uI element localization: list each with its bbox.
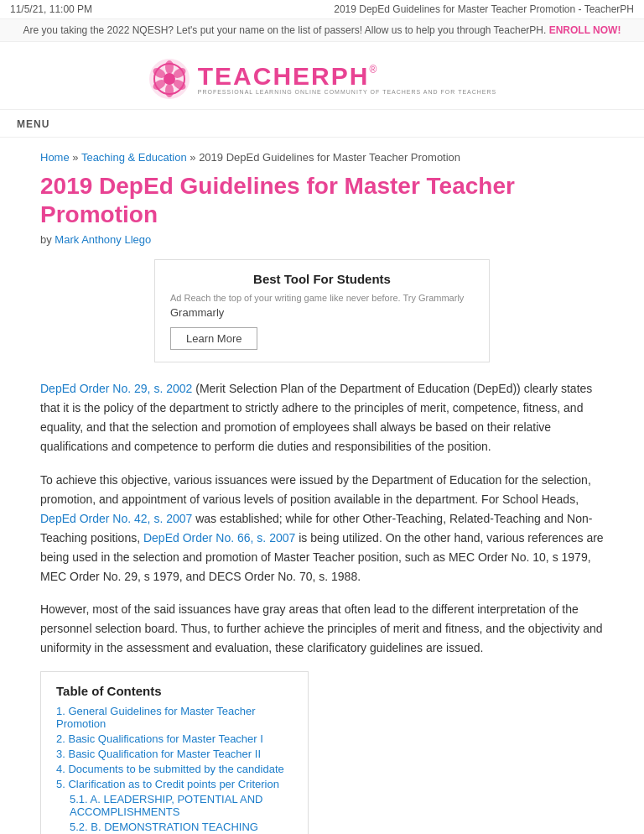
deped-order-link-1[interactable]: DepEd Order No. 29, s. 2002 [40,382,192,395]
toc-title: Table of Contents [56,684,293,698]
announcement-text: Are you taking the 2022 NQESH? Let's put… [23,24,547,36]
author-line: by Mark Anthony Llego [40,233,604,246]
toc-link-3[interactable]: 3. Basic Qualification for Master Teache… [56,748,261,760]
toc-item-5-1[interactable]: 5.1. A. LEADERSHIP, POTENTIAL AND ACCOMP… [70,793,293,818]
toc-link-5-2[interactable]: 5.2. B. DEMONSTRATION TEACHING [70,821,258,833]
menu-label[interactable]: MENU [17,118,49,130]
deped-order-link-3[interactable]: DepEd Order No. 66, s. 2007 [143,531,295,545]
paragraph-2-text-a: To achieve this objective, various issua… [40,473,591,506]
breadcrumb-sep2: » [187,151,199,164]
ad-description: Reach the top of your writing game like … [184,293,465,303]
breadcrumb-sep1: » [70,151,81,164]
paragraph-1: DepEd Order No. 29, s. 2002 (Merit Selec… [40,379,604,456]
paragraph-3: However, most of the said issuances have… [40,600,604,658]
toc-item-2[interactable]: 2. Basic Qualifications for Master Teach… [56,732,293,745]
toc-link-5-1[interactable]: 5.1. A. LEADERSHIP, POTENTIAL AND ACCOMP… [70,793,263,818]
page-title: 2019 DepEd Guidelines for Master Teacher… [40,172,604,228]
logo-icon [148,57,191,101]
toc-item-3[interactable]: 3. Basic Qualification for Master Teache… [56,748,293,760]
toc-item-1[interactable]: 1. General Guidelines for Master Teacher… [56,705,293,730]
enroll-link[interactable]: ENROLL NOW! [549,24,621,36]
page-tab-title: 2019 DepEd Guidelines for Master Teacher… [334,3,634,15]
svg-point-5 [165,84,174,97]
main-content: Home » Teaching & Education » 2019 DepEd… [20,138,624,834]
ad-box: Best Tool For Students Ad Reach the top … [154,259,490,362]
deped-order-link-2[interactable]: DepEd Order No. 42, s. 2007 [40,512,192,525]
breadcrumb-home[interactable]: Home [40,151,70,164]
svg-point-8 [164,73,175,85]
by-label: by [40,233,55,246]
logo-registered: ® [369,64,377,76]
toc-item-5[interactable]: 5. Clarification as to Credit points per… [56,778,293,790]
breadcrumb: Home » Teaching & Education » 2019 DepEd… [40,151,604,164]
ad-label: Ad Reach the top of your writing game li… [170,293,474,303]
ad-source: Grammarly [170,306,474,319]
logo-text: TEACHERPH® PROFESSIONAL LEARNING ONLINE … [198,64,497,95]
top-bar: 11/5/21, 11:00 PM 2019 DepEd Guidelines … [0,0,644,19]
toc-list: 1. General Guidelines for Master Teacher… [56,705,293,833]
nav-menu[interactable]: MENU [0,110,644,138]
breadcrumb-category[interactable]: Teaching & Education [81,151,187,164]
toc-link-2[interactable]: 2. Basic Qualifications for Master Teach… [56,732,263,745]
learn-more-button[interactable]: Learn More [170,327,257,350]
site-header: TEACHERPH® PROFESSIONAL LEARNING ONLINE … [0,42,644,110]
ad-title: Best Tool For Students [170,272,474,286]
toc-link-5[interactable]: 5. Clarification as to Credit points per… [56,778,279,790]
table-of-contents: Table of Contents 1. General Guidelines … [40,671,309,834]
toc-link-4[interactable]: 4. Documents to be submitted by the cand… [56,763,284,775]
author-link[interactable]: Mark Anthony Llego [55,233,151,246]
toc-item-4[interactable]: 4. Documents to be submitted by the cand… [56,763,293,775]
datetime: 11/5/21, 11:00 PM [10,3,92,15]
toc-link-1[interactable]: 1. General Guidelines for Master Teacher… [56,705,256,730]
logo-subtitle: PROFESSIONAL LEARNING ONLINE COMMUNITY O… [198,89,497,95]
paragraph-2: To achieve this objective, various issua… [40,471,604,587]
announcement-bar: Are you taking the 2022 NQESH? Let's put… [0,19,644,42]
logo-main-text: TEACHERPH [198,64,370,89]
svg-point-2 [165,60,174,74]
breadcrumb-current: 2019 DepEd Guidelines for Master Teacher… [199,151,460,164]
toc-item-5-2[interactable]: 5.2. B. DEMONSTRATION TEACHING [70,821,293,833]
logo-container: TEACHERPH® PROFESSIONAL LEARNING ONLINE … [10,57,634,101]
